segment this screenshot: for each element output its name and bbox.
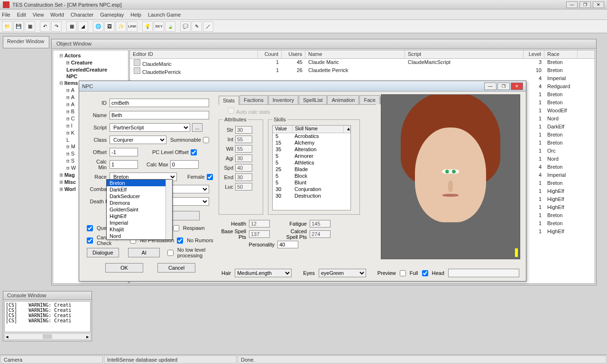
script-select[interactable]: PartnerScript (110, 123, 190, 132)
calcsp-input[interactable] (310, 230, 331, 238)
maximize-button[interactable]: ❐ (579, 1, 591, 8)
tool-open-icon[interactable]: 📁 (2, 21, 12, 32)
head-path-input[interactable] (448, 269, 519, 277)
skills-list[interactable]: ValueSkill Name▲ 5Acrobatics15Alchemy35A… (272, 125, 351, 210)
tool-scene-icon[interactable]: ／ (203, 21, 213, 32)
skill-row[interactable]: 30Conjuration (273, 186, 350, 193)
race-option[interactable]: Breton (107, 180, 172, 186)
hair-select[interactable]: MediumLength (235, 269, 292, 277)
tool-world-icon[interactable]: 🌐 (93, 21, 103, 32)
ok-button[interactable]: OK (105, 263, 143, 273)
skill-row[interactable]: 25Blade (273, 166, 350, 173)
menu-gameplay[interactable]: Gameplay (100, 12, 124, 18)
nolowlevel-checkbox[interactable] (167, 250, 174, 256)
dialogue-button[interactable]: Dialogue (87, 248, 119, 257)
calcmin-input[interactable] (110, 160, 138, 169)
skill-row[interactable]: 5Armorer (273, 153, 350, 160)
name-input[interactable] (110, 111, 209, 119)
console-scrollbar[interactable]: ◂▸ (4, 333, 91, 340)
tool-link-icon[interactable]: LINK (127, 21, 138, 32)
tab-factions[interactable]: Factions (239, 95, 268, 104)
summonable-checkbox[interactable] (203, 137, 209, 143)
tool-form-icon[interactable]: ▦ (25, 21, 35, 32)
npc-close-button[interactable]: ✕ (511, 82, 523, 90)
list-header[interactable]: Editor ID Count Users Name Script Level … (130, 50, 595, 59)
race-option[interactable]: Khajiit (107, 226, 172, 233)
tool-save-icon[interactable]: 💾 (13, 21, 24, 32)
console-title[interactable]: Console Window (3, 291, 92, 300)
skill-row[interactable]: 15Alchemy (273, 140, 350, 146)
tool-undo-icon[interactable]: ↶ (40, 21, 50, 32)
render-window-title[interactable]: Render Window (3, 36, 49, 48)
minimize-button[interactable]: — (566, 1, 578, 8)
object-window-title[interactable]: Object Window (52, 39, 596, 49)
attr-wil-input[interactable] (235, 145, 252, 153)
tool-landscape-icon[interactable]: 🖼 (104, 21, 115, 32)
tab-inventory[interactable]: Inventory (268, 95, 298, 104)
npc-titlebar[interactable]: NPC — ❐ ✕ (79, 81, 526, 91)
skill-row[interactable]: 30Destruction (273, 193, 350, 200)
eyes-select[interactable]: eyeGreen (319, 269, 366, 277)
tab-stats[interactable]: Stats (219, 96, 239, 105)
menu-view[interactable]: View (33, 12, 44, 18)
id-input[interactable] (110, 99, 209, 107)
npc-minimize-button[interactable]: — (484, 82, 497, 90)
tab-spelllist[interactable]: SpellList (299, 95, 327, 104)
tab-face[interactable]: Face (359, 95, 379, 104)
pclevel-checkbox[interactable] (191, 149, 197, 155)
npc-maximize-button[interactable]: ❐ (497, 82, 510, 90)
menu-help[interactable]: Help (130, 12, 141, 18)
tab-animation[interactable]: Animation (327, 95, 359, 104)
race-option[interactable]: GoldenSaint (107, 206, 172, 213)
race-option[interactable]: Nord (107, 233, 172, 239)
tool-path-icon[interactable]: ✨ (116, 21, 126, 32)
col-script[interactable]: Script (405, 50, 524, 58)
script-edit-button[interactable]: ... (192, 123, 202, 132)
col-level[interactable]: Level (524, 50, 544, 58)
tool-dialogue-icon[interactable]: 💬 (180, 21, 191, 32)
attr-agi-input[interactable] (235, 155, 252, 162)
table-row[interactable]: ClaudettePerrick126Claudette Perrick10Br… (130, 67, 595, 75)
skill-row[interactable]: 5Athletics (273, 160, 350, 166)
tree-node[interactable]: LeveledCreature (55, 66, 126, 73)
tool-script-icon[interactable]: ✎ (192, 21, 202, 32)
head-checkbox[interactable] (422, 270, 428, 276)
tree-node[interactable]: ⊞Creature (55, 59, 126, 66)
offset-input[interactable] (110, 148, 138, 156)
menu-launchgame[interactable]: Launch Game (148, 12, 181, 18)
que-checkbox[interactable] (87, 225, 93, 231)
attr-luc-input[interactable] (235, 183, 252, 191)
menu-edit[interactable]: Edit (17, 12, 26, 18)
skill-row[interactable]: 5Blunt (273, 180, 350, 186)
class-select[interactable]: Conjurer (110, 136, 166, 144)
attr-end-input[interactable] (235, 173, 252, 181)
tool-sky-icon[interactable]: SKY (154, 21, 164, 32)
col-race[interactable]: Race (544, 50, 578, 58)
col-count[interactable]: Count (258, 50, 282, 58)
tool-snap-icon[interactable]: ▦ (66, 21, 77, 32)
race-option[interactable]: Imperial (107, 219, 172, 226)
full-checkbox[interactable] (400, 270, 406, 276)
tree-node[interactable]: NPC (55, 73, 126, 80)
tool-leaf-icon[interactable]: 🍃 (165, 21, 175, 32)
race-dropdown[interactable]: BretonDarkElfDarkSeducerDremoraGoldenSai… (106, 179, 173, 240)
tool-redo-icon[interactable]: ↷ (51, 21, 62, 32)
col-name[interactable]: Name (305, 50, 405, 58)
skill-row[interactable]: 5Acrobatics (273, 133, 350, 140)
dropdown-scrollbar[interactable] (166, 180, 172, 239)
fatigue-input[interactable] (310, 220, 331, 228)
race-option[interactable]: HighElf (107, 213, 172, 219)
skill-row[interactable]: 5Block (273, 173, 350, 180)
tree-node[interactable]: ⊟Actors (55, 52, 126, 59)
attr-int-input[interactable] (235, 136, 252, 143)
menu-world[interactable]: World (50, 12, 64, 18)
close-button[interactable]: ✕ (593, 1, 604, 8)
calcmax-input[interactable] (170, 160, 199, 169)
console-body[interactable]: [CS] WARNING: Creati [CS] WARNING: Creat… (4, 301, 91, 332)
race-option[interactable]: DarkSeducer (107, 193, 172, 200)
face-preview[interactable] (381, 94, 520, 259)
menu-file[interactable]: File (2, 12, 10, 18)
personality-input[interactable] (277, 241, 298, 248)
menu-character[interactable]: Character (71, 12, 93, 18)
cancel-button[interactable]: Cancel (157, 263, 195, 273)
